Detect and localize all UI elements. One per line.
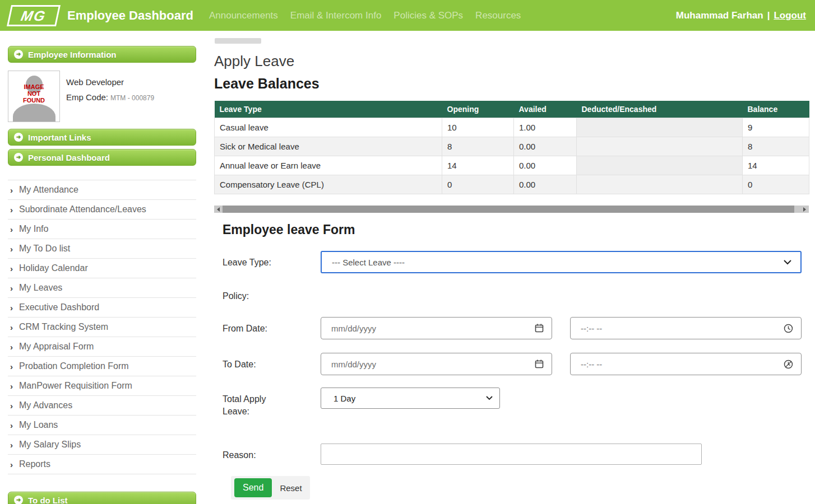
nav-announcements[interactable]: Announcements xyxy=(209,10,278,21)
to-time-input[interactable]: --:-- -- xyxy=(570,353,802,375)
chevron-right-icon: › xyxy=(10,225,13,234)
sidebar-item-label: My To Do list xyxy=(19,244,70,254)
col-header-leave-type: Leave Type xyxy=(215,101,442,118)
sidebar-item-holiday-calendar[interactable]: › Holiday Calendar xyxy=(8,258,196,278)
sidebar-item-label: Holiday Calendar xyxy=(19,263,88,273)
cell-leave-type: Casual leave xyxy=(215,118,442,137)
col-header-availed: Availed xyxy=(514,101,577,118)
send-button[interactable]: Send xyxy=(234,478,272,497)
user-name: Muhammad Farhan xyxy=(676,10,763,21)
scroll-left-arrow[interactable] xyxy=(214,206,223,213)
chevron-right-icon: › xyxy=(10,343,13,351)
leave-type-select[interactable]: --- Select Leave ---- xyxy=(321,251,802,273)
leave-type-selected-value: --- Select Leave ---- xyxy=(332,258,405,267)
to-date-row: To Date: mm/dd/yyyy --:-- -- xyxy=(214,353,809,375)
table-row: Annual leave or Earn leave 14 0.00 14 xyxy=(215,156,809,175)
sidebar-item-my-appraisal-form[interactable]: › My Appraisal Form xyxy=(8,337,196,356)
nav-policies-sops[interactable]: Policies & SOPs xyxy=(393,10,463,21)
total-apply-leave-row: Total Apply Leave: 1 Day xyxy=(214,388,809,418)
leave-balances-title: Leave Balances xyxy=(214,76,809,92)
cell-deducted xyxy=(577,156,743,175)
cell-opening: 8 xyxy=(442,137,514,156)
employee-information-button[interactable]: ➜ Employee Information xyxy=(8,46,196,63)
cell-availed: 1.00 xyxy=(514,118,577,137)
cell-availed: 0.00 xyxy=(514,175,577,194)
chevron-right-icon: › xyxy=(10,304,13,312)
chevron-right-icon: › xyxy=(10,421,13,430)
sidebar-item-my-advances[interactable]: › My Advances xyxy=(8,395,196,415)
calendar-icon[interactable] xyxy=(535,324,544,333)
horizontal-scrollbar[interactable] xyxy=(214,206,809,213)
scroll-right-arrow[interactable] xyxy=(800,206,809,213)
reason-row: Reason: xyxy=(214,444,809,465)
total-apply-selected-value: 1 Day xyxy=(334,394,355,403)
sidebar-item-manpower-requisition-form[interactable]: › ManPower Requisition Form xyxy=(8,376,196,395)
sidebar-item-my-leaves[interactable]: › My Leaves xyxy=(8,278,196,297)
sidebar-item-crm-tracking-system[interactable]: › CRM Tracking System xyxy=(8,317,196,337)
sidebar-item-reports[interactable]: › Reports xyxy=(8,454,196,474)
table-row: Compensatory Leave (CPL) 0 0.00 0 xyxy=(215,175,809,194)
app-header: MG Employee Dashboard Announcements Emai… xyxy=(0,0,815,31)
main-content: Apply Leave Leave Balances Leave Type Op… xyxy=(214,45,809,500)
col-header-opening: Opening xyxy=(442,101,514,118)
from-time-input[interactable]: --:-- -- xyxy=(570,317,802,339)
sidebar-item-label: Probation Completion Form xyxy=(19,361,129,371)
scrollbar-thumb[interactable] xyxy=(223,206,794,213)
important-links-button[interactable]: ➜ Important Links xyxy=(8,129,196,146)
nav-email-intercom-info[interactable]: Email & Intercom Info xyxy=(290,10,382,21)
sidebar-item-my-info[interactable]: › My Info xyxy=(8,219,196,239)
chevron-right-icon: › xyxy=(10,245,13,253)
cell-deducted xyxy=(577,118,743,137)
policy-row: Policy: xyxy=(214,290,809,302)
sidebar-item-label: My Attendance xyxy=(19,185,78,195)
sidebar-item-probation-completion-form[interactable]: › Probation Completion Form xyxy=(8,356,196,376)
cell-opening: 14 xyxy=(442,156,514,175)
sidebar-item-label: My Advances xyxy=(19,400,72,410)
personal-dashboard-label: Personal Dashboard xyxy=(28,153,110,162)
sidebar-item-label: My Appraisal Form xyxy=(19,342,94,352)
sidebar-item-my-loans[interactable]: › My Loans xyxy=(8,415,196,435)
sidebar-item-executive-dashboard[interactable]: › Executive Dashbord xyxy=(8,297,196,317)
chevron-down-icon xyxy=(784,260,791,265)
sidebar-menu: › My Attendance › Subordinate Attendance… xyxy=(8,180,196,474)
sidebar-item-my-salary-slips[interactable]: › My Salary Slips xyxy=(8,435,196,454)
date-placeholder: mm/dd/yyyy xyxy=(331,360,376,369)
cell-deducted xyxy=(577,137,743,156)
profile-image-placeholder: IMAGE NOT FOUND xyxy=(8,71,60,122)
reason-input[interactable] xyxy=(321,444,702,465)
leave-type-label: Leave Type: xyxy=(223,251,321,269)
clock-icon[interactable] xyxy=(784,324,793,333)
sidebar-item-my-attendance[interactable]: › My Attendance xyxy=(8,180,196,199)
calendar-icon[interactable] xyxy=(535,360,544,368)
to-date-input[interactable]: mm/dd/yyyy xyxy=(321,353,552,375)
to-do-list-button[interactable]: ➜ To do List xyxy=(8,492,196,504)
sidebar-item-my-to-do-list[interactable]: › My To Do list xyxy=(8,239,196,258)
personal-dashboard-button[interactable]: ➜ Personal Dashboard xyxy=(8,149,196,166)
clock-icon[interactable] xyxy=(784,360,793,369)
cell-availed: 0.00 xyxy=(514,137,577,156)
col-header-deducted-encashed: Deducted/Encashed xyxy=(577,101,743,118)
from-date-row: From Date: mm/dd/yyyy --:-- -- xyxy=(214,317,809,339)
nav-resources[interactable]: Resources xyxy=(475,10,521,21)
sidebar-item-label: CRM Tracking System xyxy=(19,322,108,332)
sidebar-item-label: Executive Dashbord xyxy=(19,302,99,312)
user-area: Muhammad Farhan | Logout xyxy=(676,10,806,21)
cell-leave-type: Annual leave or Earn leave xyxy=(215,156,442,175)
cell-balance: 14 xyxy=(743,156,809,175)
scrollbar-fragment[interactable] xyxy=(215,38,261,44)
to-date-label: To Date: xyxy=(223,353,321,371)
cell-balance: 8 xyxy=(743,137,809,156)
from-date-input[interactable]: mm/dd/yyyy xyxy=(321,317,552,339)
top-nav: Announcements Email & Intercom Info Poli… xyxy=(209,10,521,21)
chevron-right-icon: › xyxy=(10,186,13,194)
sidebar-item-label: My Salary Slips xyxy=(19,440,81,450)
reset-button[interactable]: Reset xyxy=(280,483,302,493)
employee-leave-form-title: Employee leave Form xyxy=(223,222,809,237)
sidebar-item-subordinate-attendance-leaves[interactable]: › Subordinate Attendance/Leaves xyxy=(8,199,196,219)
chevron-right-icon: › xyxy=(10,402,13,410)
logout-link[interactable]: Logout xyxy=(774,10,806,21)
chevron-right-icon: › xyxy=(10,460,13,469)
total-apply-leave-select[interactable]: 1 Day xyxy=(321,388,500,409)
arrow-circle-icon: ➜ xyxy=(14,50,23,59)
sidebar-item-label: ManPower Requisition Form xyxy=(19,381,132,391)
